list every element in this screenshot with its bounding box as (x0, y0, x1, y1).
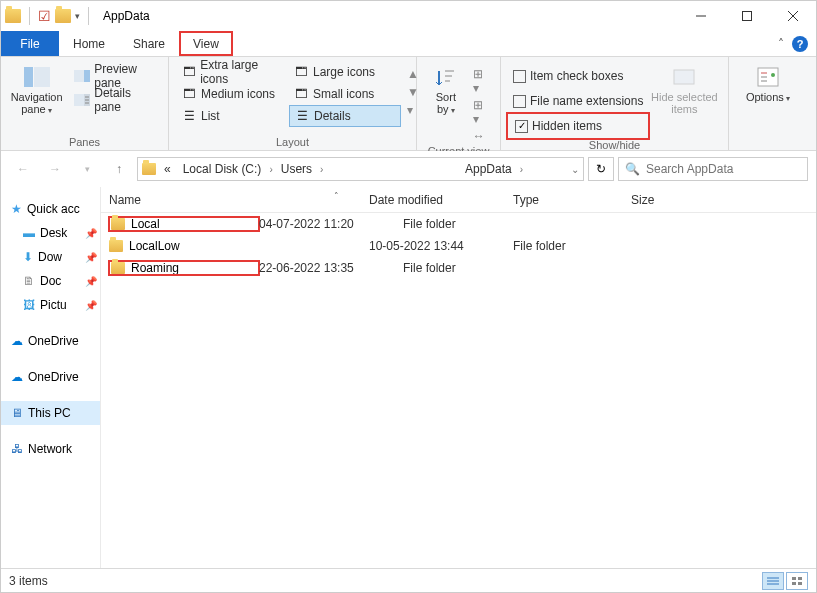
minimize-button[interactable] (678, 1, 724, 31)
network-icon: 🖧 (11, 442, 23, 456)
sidebar-item-network[interactable]: 🖧Network (1, 437, 100, 461)
recent-locations-icon[interactable]: ▾ (73, 155, 101, 183)
svg-rect-4 (24, 67, 33, 87)
layout-small[interactable]: 🗔Small icons (289, 83, 401, 105)
layout-large[interactable]: 🗔Large icons (289, 61, 401, 83)
layout-list[interactable]: ☰List (177, 105, 289, 127)
ribbon-group-options: Options (729, 57, 807, 150)
crumb-appdata[interactable]: AppData (461, 162, 516, 176)
collapse-ribbon-icon[interactable]: ˄ (778, 37, 784, 51)
sidebar-item-downloads[interactable]: ⬇Dow📌 (1, 245, 100, 269)
main-area: ★Quick acc ▬Desk📌 ⬇Dow📌 🗎Doc📌 🖼Pictu📌 ☁O… (1, 187, 816, 568)
chevron-right-icon[interactable]: › (520, 164, 523, 175)
help-icon[interactable]: ? (792, 36, 808, 52)
qat-customize-icon[interactable]: ▾ (75, 11, 80, 21)
svg-rect-27 (798, 577, 802, 580)
sidebar-item-thispc[interactable]: 🖥This PC (1, 401, 100, 425)
ribbon-tabs: File Home Share View ˄ ? (1, 31, 816, 57)
svg-point-22 (771, 73, 775, 77)
preview-pane-button[interactable]: Preview pane (70, 65, 160, 87)
address-bar[interactable]: « Local Disk (C:) › Users › AppData › ⌄ (137, 157, 584, 181)
svg-rect-28 (792, 582, 796, 585)
sidebar-item-documents[interactable]: 🗎Doc📌 (1, 269, 100, 293)
refresh-button[interactable]: ↻ (588, 157, 614, 181)
folder-icon (109, 240, 123, 252)
crumb-users[interactable]: Users (277, 162, 316, 176)
add-columns-icon[interactable]: ⊞ ▾ (473, 98, 492, 126)
table-row[interactable]: Roaming 22-06-2022 13:35 File folder (101, 257, 816, 279)
titlebar: ☑ ▾ AppData (1, 1, 816, 31)
folder-icon (111, 218, 125, 230)
sidebar-item-quickaccess[interactable]: ★Quick acc (1, 197, 100, 221)
address-dropdown-icon[interactable]: ⌄ (571, 164, 579, 175)
window-title: AppData (103, 9, 150, 23)
ribbon: Navigation pane Preview pane Details pan… (1, 57, 816, 151)
sidebar-item-onedrive[interactable]: ☁OneDrive (1, 365, 100, 389)
chevron-right-icon[interactable]: › (320, 164, 323, 175)
column-size[interactable]: Size (631, 193, 816, 207)
tab-share[interactable]: Share (119, 31, 179, 56)
column-name[interactable]: Name˄ (109, 193, 369, 207)
ribbon-group-showhide: Item check boxes File name extensions Hi… (501, 57, 729, 150)
status-text: 3 items (9, 574, 48, 588)
file-extensions-toggle[interactable]: File name extensions (509, 90, 647, 112)
table-row[interactable]: LocalLow 10-05-2022 13:44 File folder (101, 235, 816, 257)
forward-button[interactable]: → (41, 155, 69, 183)
sidebar-item-onedrive[interactable]: ☁OneDrive (1, 329, 100, 353)
pin-icon: 📌 (85, 300, 100, 311)
tab-file[interactable]: File (1, 31, 59, 56)
app-icon (5, 9, 21, 23)
star-icon: ★ (11, 202, 22, 216)
layout-details[interactable]: ☰Details (289, 105, 401, 127)
up-button[interactable]: ↑ (105, 155, 133, 183)
group-by-icon[interactable]: ⊞ ▾ (473, 67, 492, 95)
back-button[interactable]: ← (9, 155, 37, 183)
pin-icon: 📌 (85, 228, 100, 239)
view-icons-toggle[interactable] (786, 572, 808, 590)
options-button[interactable]: Options (737, 61, 799, 105)
desktop-icon: ▬ (23, 226, 35, 240)
sidebar-item-desktop[interactable]: ▬Desk📌 (1, 221, 100, 245)
sidebar-item-pictures[interactable]: 🖼Pictu📌 (1, 293, 100, 317)
status-bar: 3 items (1, 568, 816, 592)
folder-icon (142, 163, 156, 175)
column-headers: Name˄ Date modified Type Size (101, 187, 816, 213)
column-date[interactable]: Date modified (369, 193, 513, 207)
close-button[interactable] (770, 1, 816, 31)
qat-newfolder-icon[interactable] (55, 9, 71, 23)
separator (88, 7, 89, 25)
details-pane-button[interactable]: Details pane (70, 89, 160, 111)
crumb-disk[interactable]: Local Disk (C:) (179, 162, 266, 176)
quick-access-toolbar: ☑ ▾ (1, 7, 93, 25)
hidden-items-toggle[interactable]: Hidden items (509, 115, 647, 137)
hide-selected-button[interactable]: Hide selected items (653, 61, 715, 115)
svg-rect-29 (798, 582, 802, 585)
folder-icon (111, 262, 125, 274)
maximize-button[interactable] (724, 1, 770, 31)
pc-icon: 🖥 (11, 406, 23, 420)
search-box[interactable]: 🔍 (618, 157, 808, 181)
item-checkboxes-toggle[interactable]: Item check boxes (509, 65, 647, 87)
window-controls (678, 1, 816, 31)
separator (29, 7, 30, 25)
svg-rect-7 (84, 70, 90, 82)
ribbon-group-layout: 🗔Extra large icons 🗔Large icons 🗔Medium … (169, 57, 417, 150)
ribbon-group-currentview: Sort by ⊞ ▾ ⊞ ▾ ↔ Current view (417, 57, 501, 150)
documents-icon: 🗎 (23, 274, 35, 288)
search-input[interactable] (646, 162, 801, 176)
navigation-pane-button[interactable]: Navigation pane (9, 61, 64, 117)
column-type[interactable]: Type (513, 193, 631, 207)
onedrive-icon: ☁ (11, 370, 23, 384)
layout-medium[interactable]: 🗔Medium icons (177, 83, 289, 105)
tab-view[interactable]: View (179, 31, 233, 56)
table-row[interactable]: Local 04-07-2022 11:20 File folder (101, 213, 816, 235)
sort-by-button[interactable]: Sort by (425, 61, 467, 117)
qat-props-icon[interactable]: ☑ (38, 8, 51, 24)
size-columns-icon[interactable]: ↔ (473, 129, 492, 143)
view-details-toggle[interactable] (762, 572, 784, 590)
tab-home[interactable]: Home (59, 31, 119, 56)
ribbon-group-panes: Navigation pane Preview pane Details pan… (1, 57, 169, 150)
layout-xlarge[interactable]: 🗔Extra large icons (177, 61, 289, 83)
chevron-right-icon[interactable]: › (269, 164, 272, 175)
breadcrumb-prefix: « (160, 162, 175, 176)
